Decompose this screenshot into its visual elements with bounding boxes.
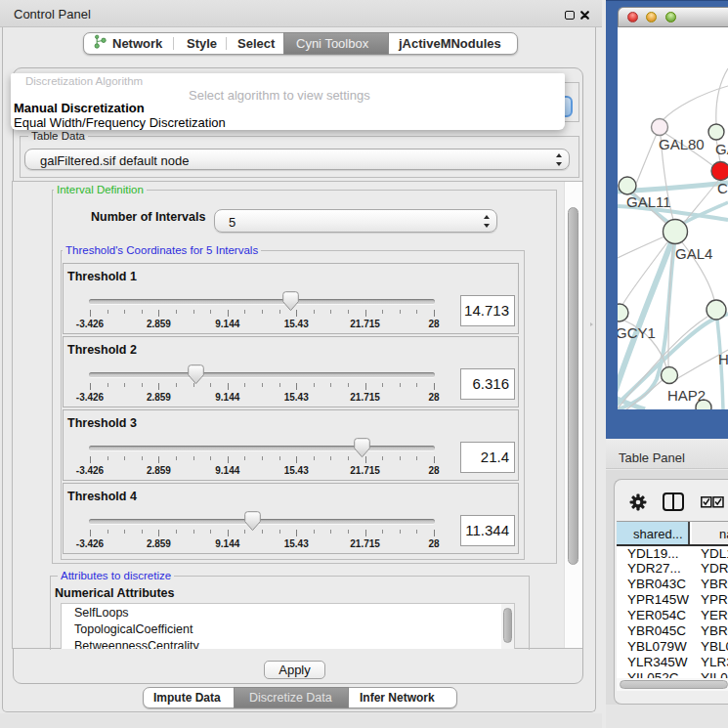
svg-text:CR: CR (717, 180, 728, 196)
svg-text:GCY1: GCY1 (618, 324, 656, 341)
svg-text:GAL80: GAL80 (659, 136, 705, 152)
svg-text:GAL: GAL (715, 141, 728, 157)
svg-text:GAL4: GAL4 (675, 245, 712, 262)
svg-text:HIS: HIS (718, 351, 728, 367)
svg-text:GAL11: GAL11 (626, 193, 671, 210)
svg-text:HAP2: HAP2 (667, 387, 706, 404)
